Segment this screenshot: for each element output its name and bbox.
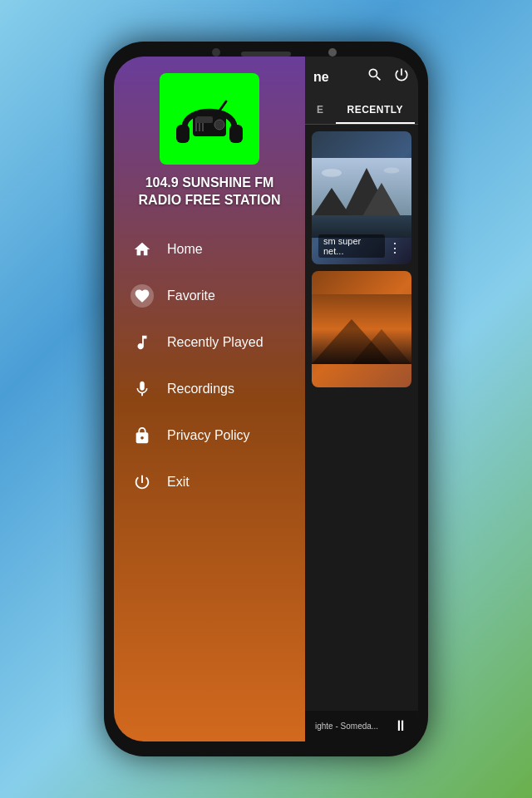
main-header-title: ne bbox=[313, 70, 329, 85]
sidebar-item-recordings[interactable]: Recordings bbox=[114, 366, 305, 412]
privacy-policy-label: Privacy Policy bbox=[167, 428, 250, 443]
content-cards: sm super net... ⋮ bbox=[305, 125, 418, 711]
pause-button[interactable]: ⏸ bbox=[393, 717, 408, 735]
phone-frame: 104.9 SUNSHINE FM RADIO FREE STATION Hom… bbox=[104, 42, 428, 756]
sidebar-item-favorite[interactable]: Favorite bbox=[114, 273, 305, 319]
sunset-svg bbox=[312, 271, 411, 387]
svg-rect-1 bbox=[229, 125, 243, 143]
svg-point-7 bbox=[214, 120, 224, 130]
mic-icon bbox=[131, 377, 154, 401]
app-logo-box bbox=[160, 73, 259, 165]
drawer-logo-section: 104.9 SUNSHINE FM RADIO FREE STATION bbox=[114, 57, 305, 219]
station-1-label: sm super net... bbox=[318, 234, 385, 258]
main-header: ne bbox=[305, 57, 418, 97]
tab-recently[interactable]: RECENTLY bbox=[336, 97, 416, 124]
tabs-row: E RECENTLY bbox=[305, 97, 418, 125]
station-card-1-bg: sm super net... ⋮ bbox=[312, 131, 411, 264]
music-icon bbox=[131, 331, 154, 354]
station-card-2[interactable] bbox=[312, 271, 411, 387]
radio-headphones-icon bbox=[168, 81, 251, 156]
phone-screen: 104.9 SUNSHINE FM RADIO FREE STATION Hom… bbox=[114, 57, 418, 741]
svg-rect-8 bbox=[196, 116, 213, 123]
drawer-menu: 104.9 SUNSHINE FM RADIO FREE STATION Hom… bbox=[114, 57, 305, 741]
home-icon bbox=[131, 238, 154, 261]
home-label: Home bbox=[167, 242, 203, 257]
sidebar-item-privacy-policy[interactable]: Privacy Policy bbox=[114, 412, 305, 459]
player-controls: ⏸ bbox=[393, 717, 408, 735]
svg-point-14 bbox=[322, 169, 342, 177]
favorite-label: Favorite bbox=[167, 288, 215, 303]
front-camera-left bbox=[212, 48, 220, 57]
sidebar-item-exit[interactable]: Exit bbox=[114, 459, 305, 505]
exit-label: Exit bbox=[167, 475, 190, 490]
app-title: 104.9 SUNSHINE FM RADIO FREE STATION bbox=[127, 175, 292, 209]
drawer-nav: Home Favorite Recently Pla bbox=[114, 219, 305, 741]
power-icon[interactable] bbox=[393, 66, 410, 87]
header-icons bbox=[367, 66, 410, 87]
recently-played-label: Recently Played bbox=[167, 335, 264, 350]
tab-e[interactable]: E bbox=[305, 97, 336, 124]
svg-point-15 bbox=[383, 167, 399, 173]
player-track-text: ighte - Someda... bbox=[315, 722, 393, 731]
app-container: 104.9 SUNSHINE FM RADIO FREE STATION Hom… bbox=[114, 57, 418, 741]
svg-rect-0 bbox=[176, 125, 190, 143]
station-card-1[interactable]: sm super net... ⋮ bbox=[312, 131, 411, 264]
lock-icon bbox=[131, 424, 154, 447]
station-1-menu-icon[interactable]: ⋮ bbox=[385, 239, 405, 258]
main-content: ne E RECENTLY bbox=[305, 57, 418, 741]
bottom-player: ighte - Someda... ⏸ bbox=[305, 711, 418, 741]
front-camera-right bbox=[328, 48, 337, 57]
heart-icon bbox=[131, 284, 154, 308]
sidebar-item-recently-played[interactable]: Recently Played bbox=[114, 319, 305, 366]
sidebar-item-home[interactable]: Home bbox=[114, 226, 305, 273]
search-icon[interactable] bbox=[367, 66, 383, 87]
exit-power-icon bbox=[131, 470, 154, 494]
station-card-2-bg bbox=[312, 271, 411, 387]
recordings-label: Recordings bbox=[167, 382, 234, 397]
